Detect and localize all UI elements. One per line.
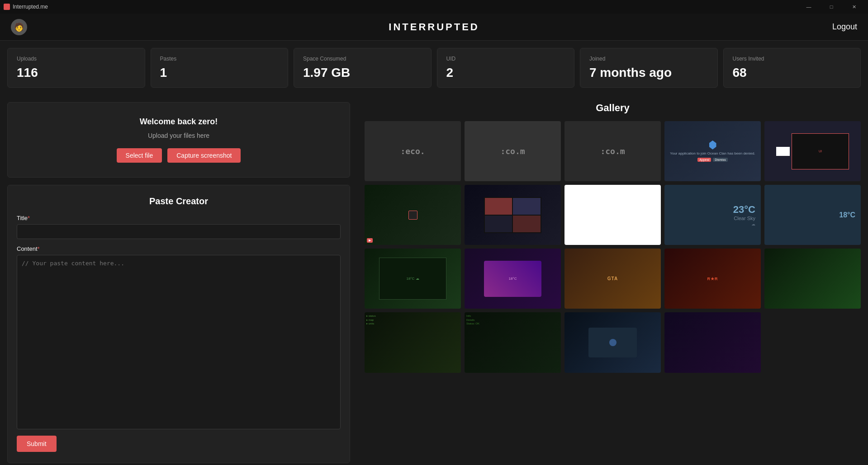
gallery-item[interactable]: Your application to join Ocean Clan has … xyxy=(664,121,761,181)
stat-invited-value: 68 xyxy=(733,66,852,80)
gallery-item[interactable]: :co.m xyxy=(564,121,661,181)
gallery-panel: Gallery :eco. :co.m :co.m xyxy=(357,95,868,465)
gallery-item[interactable]: ▶ xyxy=(365,185,461,245)
stat-invited-label: Users Invited xyxy=(733,56,852,62)
gallery-item[interactable] xyxy=(564,185,661,245)
stat-space: Space Consumed 1.97 GB xyxy=(294,48,432,88)
stat-space-label: Space Consumed xyxy=(303,56,422,62)
content-textarea[interactable] xyxy=(17,255,341,429)
app-title: INTERRUPTED xyxy=(389,21,479,33)
gallery-item[interactable]: 18°C xyxy=(465,249,561,309)
title-label: Title* xyxy=(17,215,341,221)
left-panel: Welcome back zero! Upload your files her… xyxy=(0,95,357,465)
gallery-item[interactable]: :eco. xyxy=(365,121,461,181)
gallery-item[interactable] xyxy=(564,312,661,372)
gallery-item[interactable]: 23°C Clear Sky ☁ xyxy=(664,185,761,245)
stat-uploads-value: 116 xyxy=(17,66,136,80)
gallery-item[interactable]: UI xyxy=(764,121,861,181)
stats-bar: Uploads 116 Pastes 1 Space Consumed 1.97… xyxy=(0,41,868,95)
paste-section: Paste Creator Title* Content* Submit xyxy=(7,185,350,463)
gallery-item[interactable]: 18°C xyxy=(764,185,861,245)
upload-section: Welcome back zero! Upload your files her… xyxy=(7,102,350,178)
gallery-item[interactable]: Info Details Status: OK xyxy=(465,312,561,372)
maximize-button[interactable]: □ xyxy=(821,0,842,14)
gallery-item[interactable]: :co.m xyxy=(465,121,561,181)
main-content: Welcome back zero! Upload your files her… xyxy=(0,95,868,465)
stat-joined-label: Joined xyxy=(589,56,708,62)
gallery-grid: :eco. :co.m :co.m Your application to jo… xyxy=(365,121,861,373)
stat-uploads: Uploads 116 xyxy=(7,48,145,88)
close-button[interactable]: ✕ xyxy=(844,0,864,14)
welcome-text: Welcome back zero! xyxy=(17,117,341,127)
minimize-button[interactable]: — xyxy=(798,0,819,14)
gallery-item[interactable] xyxy=(764,249,861,309)
stat-uid-label: UID xyxy=(446,56,565,62)
stat-pastes: Pastes 1 xyxy=(151,48,289,88)
app-logo: 🧑 xyxy=(11,19,27,35)
gallery-item[interactable] xyxy=(465,185,561,245)
gallery-item[interactable]: GTA xyxy=(564,249,661,309)
paste-title: Paste Creator xyxy=(17,196,341,207)
titlebar: Interrupted.me — □ ✕ xyxy=(0,0,868,14)
favicon-icon xyxy=(4,4,10,10)
app-header: 🧑 INTERRUPTED Logout xyxy=(0,14,868,41)
select-file-button[interactable]: Select file xyxy=(117,148,162,163)
stat-space-value: 1.97 GB xyxy=(303,66,422,80)
stat-uid-value: 2 xyxy=(446,66,565,80)
gallery-item[interactable] xyxy=(664,312,761,372)
submit-button[interactable]: Submit xyxy=(17,436,57,452)
capture-screenshot-button[interactable]: Capture screenshot xyxy=(167,148,241,163)
gallery-item[interactable]: R★R xyxy=(664,249,761,309)
upload-buttons: Select file Capture screenshot xyxy=(17,148,341,163)
titlebar-title: Interrupted.me xyxy=(13,4,48,10)
content-label: Content* xyxy=(17,245,341,252)
gallery-item[interactable]: ▸ status ▸ map ▸ units xyxy=(365,312,461,372)
stat-joined-value: 7 months ago xyxy=(589,66,708,80)
stat-invited: Users Invited 68 xyxy=(723,48,861,88)
stat-uid: UID 2 xyxy=(437,48,575,88)
stat-uploads-label: Uploads xyxy=(17,56,136,62)
logout-button[interactable]: Logout xyxy=(832,22,857,32)
titlebar-left: Interrupted.me xyxy=(4,4,48,10)
upload-subtitle: Upload your files here xyxy=(17,132,341,139)
stat-pastes-value: 1 xyxy=(160,66,279,80)
gallery-title: Gallery xyxy=(365,102,861,114)
title-input[interactable] xyxy=(17,224,341,239)
stat-joined: Joined 7 months ago xyxy=(580,48,718,88)
gallery-item[interactable]: 18°C ☁ xyxy=(365,249,461,309)
avatar: 🧑 xyxy=(11,19,27,35)
stat-pastes-label: Pastes xyxy=(160,56,279,62)
titlebar-controls: — □ ✕ xyxy=(798,0,864,14)
